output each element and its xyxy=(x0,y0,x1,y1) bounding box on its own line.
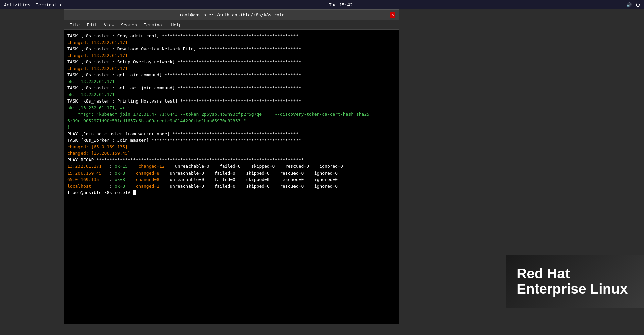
terminal-line: changed: [13.232.61.171] xyxy=(67,39,395,46)
menu-help[interactable]: Help xyxy=(169,22,184,28)
terminal-line: } xyxy=(67,124,395,131)
terminal-line: changed: [15.206.159.45] xyxy=(67,150,395,157)
activities-button[interactable]: Activities xyxy=(4,2,30,7)
menu-edit[interactable]: Edit xyxy=(84,22,100,28)
terminal-line: TASK [k8s_worker : Join master] ********… xyxy=(67,137,395,144)
terminal-content: TASK [k8s_master : Copy admin.conf] ****… xyxy=(64,30,399,324)
terminal-line: TASK [k8s_master : Copy admin.conf] ****… xyxy=(67,32,395,39)
power-icon: ⏻ xyxy=(636,2,640,7)
terminal-line: TASK [k8s_master : Printing Hostvars tes… xyxy=(67,98,395,105)
terminal-window: root@ansible:~/arth_ansible/k8s/k8s_role… xyxy=(64,9,399,324)
terminal-line: TASK [k8s_master : set fact join command… xyxy=(67,85,395,91)
terminal-line: TASK [k8s_master : Setup Overlay network… xyxy=(67,59,395,65)
menu-file[interactable]: File xyxy=(67,22,83,28)
menu-terminal[interactable]: Terminal xyxy=(141,22,167,28)
terminal-line: TASK [k8s_master : get join command] ***… xyxy=(67,72,395,78)
terminal-line: 6:99cf9052971d90c531cd1637c6bfa09cceefc9… xyxy=(67,118,395,124)
terminal-title-bar: root@ansible:~/arth_ansible/k8s/k8s_role… xyxy=(64,10,399,20)
terminal-menu-button[interactable]: Terminal ▾ xyxy=(36,2,62,7)
terminal-line: changed: [13.232.61.171] xyxy=(67,52,395,59)
terminal-line: PLAY RECAP *****************************… xyxy=(67,157,395,163)
terminal-line: ok: [13.232.61.171] xyxy=(67,91,395,98)
terminal-line: PLAY [Joining cluster from worker node] … xyxy=(67,131,395,137)
rhel-line1: Red Hat xyxy=(517,266,634,281)
rhel-watermark: Red Hat Enterprise Linux xyxy=(506,255,644,308)
terminal-menu-bar: File Edit View Search Terminal Help xyxy=(64,20,399,30)
terminal-title: root@ansible:~/arth_ansible/k8s/k8s_role xyxy=(74,12,390,17)
terminal-line: TASK [k8s_master : Download Overlay Netw… xyxy=(67,46,395,52)
system-time: Tue 15:42 xyxy=(329,2,353,7)
system-bar-right: ⊞ 🔊 ⏻ xyxy=(620,2,640,7)
close-button[interactable]: ✕ xyxy=(390,12,395,18)
terminal-line: changed: [13.232.61.171] xyxy=(67,65,395,72)
rhel-line2: Enterprise Linux xyxy=(517,281,634,297)
terminal-prompt[interactable]: [root@ansible k8s_role]# xyxy=(67,189,395,196)
terminal-line: 65.0.169.135 : ok=8 changed=8 unreachabl… xyxy=(67,176,395,183)
terminal-line: ok: [13.232.61.171] xyxy=(67,78,395,85)
menu-search[interactable]: Search xyxy=(118,22,140,28)
system-bar-left: Activities Terminal ▾ xyxy=(4,2,62,7)
terminal-line: ok: [13.232.61.171] => { xyxy=(67,105,395,111)
volume-icon: 🔊 xyxy=(626,2,632,7)
terminal-line: 15.206.159.45 : ok=8 changed=8 unreachab… xyxy=(67,170,395,177)
menu-view[interactable]: View xyxy=(101,22,117,28)
terminal-line: 13.232.61.171 : ok=15 changed=12 unreach… xyxy=(67,163,395,170)
terminal-line: localhost : ok=3 changed=1 unreachable=0… xyxy=(67,183,395,190)
system-bar: Activities Terminal ▾ Tue 15:42 ⊞ 🔊 ⏻ xyxy=(0,0,644,9)
terminal-line: changed: [65.0.169.135] xyxy=(67,144,395,150)
network-icon: ⊞ xyxy=(620,2,622,7)
terminal-line: "msg": "kubeadm join 172.31.47.71:6443 -… xyxy=(67,111,395,118)
